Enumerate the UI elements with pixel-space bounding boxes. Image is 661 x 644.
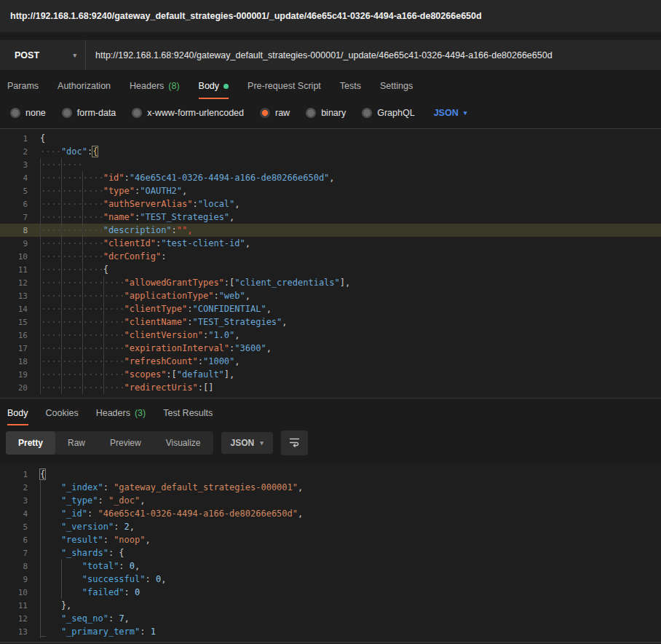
code-line: 12················"allowedGrantTypes":["… <box>0 276 661 289</box>
view-tab-pretty[interactable]: Pretty <box>6 431 55 455</box>
code-line: 20················"redirectUris":[] <box>0 381 661 394</box>
code-line: 3 "_type": "_doc", <box>0 494 661 507</box>
code-line: 13 "_primary_term": 1 <box>0 625 661 638</box>
response-tab-body[interactable]: Body <box>7 398 28 425</box>
radio-label: binary <box>321 108 346 118</box>
app-window: http://192.168.1.68:9240/gateway_default… <box>0 0 661 644</box>
request-title-bar: http://192.168.1.68:9240/gateway_default… <box>0 0 661 32</box>
code-line: 7 "_shards": { <box>0 546 661 559</box>
line-number: 11 <box>6 264 28 277</box>
radio-label: GraphQL <box>377 108 414 118</box>
response-tabs: BodyCookiesHeaders(3)Test Results <box>0 398 661 425</box>
body-type-radio-none[interactable]: none <box>10 108 46 118</box>
line-number: 2 <box>6 482 28 495</box>
tab-tests[interactable]: Tests <box>340 70 361 99</box>
wrap-lines-button[interactable] <box>281 431 308 455</box>
response-tab-headers[interactable]: Headers(3) <box>96 398 146 425</box>
request-title-url: http://192.168.1.68:9240/gateway_default… <box>10 11 482 21</box>
line-number: 13 <box>6 290 28 303</box>
line-number: 12 <box>6 613 28 626</box>
response-toolbar: PrettyRawPreviewVisualize JSON ▾ <box>0 425 661 463</box>
line-number: 1 <box>6 133 28 146</box>
line-number: 1 <box>6 468 28 482</box>
tab-settings[interactable]: Settings <box>380 70 413 99</box>
body-type-row: noneform-datax-www-form-urlencodedrawbin… <box>0 99 661 128</box>
code-line: 9············"clientId":"test-client-id"… <box>0 237 661 250</box>
code-line: 5············"type":"OAUTH2", <box>0 184 661 197</box>
code-line: 16················"clientVersion":"1.0", <box>0 329 661 342</box>
body-set-dot-icon <box>223 84 229 89</box>
line-number: 12 <box>6 277 28 290</box>
line-number: 20 <box>6 382 28 395</box>
response-body-viewer[interactable]: 1{2 "_index": "gateway_default_strategie… <box>0 463 661 642</box>
code-line: 2····"doc":{ <box>0 145 661 158</box>
tab-label: Cookies <box>46 408 79 418</box>
response-language-dropdown[interactable]: JSON ▾ <box>221 432 273 454</box>
view-tab-visualize[interactable]: Visualize <box>154 431 213 455</box>
tab-label: Pre-request Script <box>248 81 321 91</box>
line-number: 18 <box>6 356 28 369</box>
body-type-radio-graphql[interactable]: GraphQL <box>362 108 414 118</box>
radio-icon <box>132 108 142 118</box>
code-line: 4 "_id": "46e65c41-0326-4494-a166-de8026… <box>0 507 661 520</box>
code-line: 8············"description":"", <box>0 224 661 237</box>
response-language-label: JSON <box>231 438 255 448</box>
tab-pre-request-script[interactable]: Pre-request Script <box>248 70 321 99</box>
tab-label: Settings <box>380 81 413 91</box>
view-tab-preview[interactable]: Preview <box>98 431 154 455</box>
code-line: 15················"clientName":"TEST_Str… <box>0 315 661 329</box>
tab-label: Headers <box>130 81 164 91</box>
method-label: POST <box>15 50 39 60</box>
code-line: 10 "failed": 0 <box>0 586 661 599</box>
body-type-radio-raw[interactable]: raw <box>260 108 290 118</box>
view-tab-raw[interactable]: Raw <box>55 431 98 455</box>
line-number: 4 <box>6 508 28 521</box>
url-row: POST ▾ http://192.168.1.68:9240/gateway_… <box>0 40 661 70</box>
tab-headers[interactable]: Headers(8) <box>130 70 180 99</box>
code-line: 8 "total": 0, <box>0 559 661 573</box>
code-line: 9 "successful": 0, <box>0 573 661 586</box>
line-number: 14 <box>6 303 28 316</box>
line-number: 4 <box>6 172 28 185</box>
code-line: 3········ <box>0 158 661 171</box>
code-line: 1{ <box>0 132 661 145</box>
response-tab-test-results[interactable]: Test Results <box>163 398 213 425</box>
line-number: 6 <box>6 198 28 211</box>
code-line: 6············"authServerAlias":"local", <box>0 197 661 211</box>
body-language-dropdown[interactable]: JSON ▾ <box>434 108 467 118</box>
code-line: 19················"scopes":["default"], <box>0 368 661 381</box>
line-number: 6 <box>6 534 28 547</box>
tab-label: Authorization <box>58 81 111 91</box>
request-body-editor[interactable]: 1{2····"doc":{3········4············"id"… <box>0 128 661 398</box>
body-type-radio-form-data[interactable]: form-data <box>62 108 116 118</box>
tab-label: Tests <box>340 81 361 91</box>
line-number: 5 <box>6 185 28 198</box>
line-number: 19 <box>6 369 28 382</box>
code-line: 17················"expirationInterval":"… <box>0 342 661 355</box>
line-number: 7 <box>6 547 28 560</box>
line-number: 16 <box>6 329 28 342</box>
method-selector[interactable]: POST ▾ <box>0 40 86 70</box>
tab-body[interactable]: Body <box>199 70 229 99</box>
radio-label: none <box>25 108 46 118</box>
code-line: 7············"name":"TEST_Strategies", <box>0 211 661 224</box>
line-number: 17 <box>6 342 28 356</box>
radio-icon <box>306 108 316 118</box>
code-line: 14················"clientType":"CONFIDEN… <box>0 302 661 315</box>
line-number: 7 <box>6 211 28 224</box>
line-number: 10 <box>6 586 28 600</box>
tab-label: Params <box>7 81 39 91</box>
wrap-lines-icon <box>288 436 301 450</box>
tab-authorization[interactable]: Authorization <box>58 70 111 99</box>
response-tab-cookies[interactable]: Cookies <box>46 398 79 425</box>
body-type-radio-x-www-form-urlencoded[interactable]: x-www-form-urlencoded <box>132 108 244 118</box>
line-number: 11 <box>6 600 28 613</box>
line-number: 10 <box>6 251 28 264</box>
tab-params[interactable]: Params <box>7 70 39 99</box>
radio-icon <box>10 108 20 118</box>
url-input[interactable]: http://192.168.1.68:9240/gateway_default… <box>86 40 661 70</box>
body-type-radio-binary[interactable]: binary <box>306 108 346 118</box>
code-line: 5 "_version": 2, <box>0 520 661 533</box>
tab-label: Body <box>7 408 28 418</box>
line-number: 3 <box>6 159 28 172</box>
